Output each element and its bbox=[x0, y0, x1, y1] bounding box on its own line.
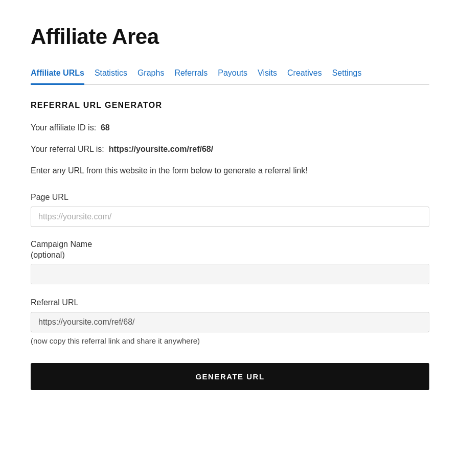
tab-settings[interactable]: Settings bbox=[332, 67, 362, 85]
page-url-group: Page URL bbox=[31, 191, 429, 227]
tab-payouts[interactable]: Payouts bbox=[218, 67, 247, 85]
campaign-label: Campaign Name (optional) bbox=[31, 239, 429, 261]
tab-referrals[interactable]: Referrals bbox=[174, 67, 208, 85]
referral-url-label: Your referral URL is: bbox=[31, 145, 104, 153]
referral-url-field-label: Referral URL bbox=[31, 297, 429, 309]
page-url-input[interactable] bbox=[31, 207, 429, 227]
section-title: REFERRAL URL GENERATOR bbox=[31, 99, 429, 111]
page-url-label: Page URL bbox=[31, 191, 429, 203]
affiliate-id-value: 68 bbox=[101, 123, 110, 132]
page-wrapper: Affiliate Area Affiliate URLs Statistics… bbox=[0, 0, 460, 421]
nav-tabs: Affiliate URLs Statistics Graphs Referra… bbox=[31, 67, 429, 85]
generate-url-button[interactable]: GENERATE URL bbox=[31, 363, 429, 390]
description-text: Enter any URL from this website in the f… bbox=[31, 165, 429, 177]
referral-url-group: Referral URL (now copy this referral lin… bbox=[31, 297, 429, 347]
campaign-name-group: Campaign Name (optional) bbox=[31, 239, 429, 284]
helper-text: (now copy this referral link and share i… bbox=[31, 335, 429, 347]
tab-creatives[interactable]: Creatives bbox=[287, 67, 322, 85]
page-title: Affiliate Area bbox=[31, 20, 429, 53]
tab-visits[interactable]: Visits bbox=[258, 67, 277, 85]
affiliate-id-label: Your affiliate ID is: bbox=[31, 123, 96, 132]
content-section: REFERRAL URL GENERATOR Your affiliate ID… bbox=[31, 99, 429, 390]
referral-url-info: Your referral URL is: https://yoursite.c… bbox=[31, 143, 429, 155]
campaign-name-input[interactable] bbox=[31, 264, 429, 284]
referral-url-field-input[interactable] bbox=[31, 312, 429, 332]
referral-url-display: https://yoursite.com/ref/68/ bbox=[109, 145, 214, 153]
tab-affiliate-urls[interactable]: Affiliate URLs bbox=[31, 67, 84, 85]
affiliate-id-info: Your affiliate ID is: 68 bbox=[31, 122, 429, 134]
tab-graphs[interactable]: Graphs bbox=[137, 67, 164, 85]
tab-statistics[interactable]: Statistics bbox=[95, 67, 127, 85]
